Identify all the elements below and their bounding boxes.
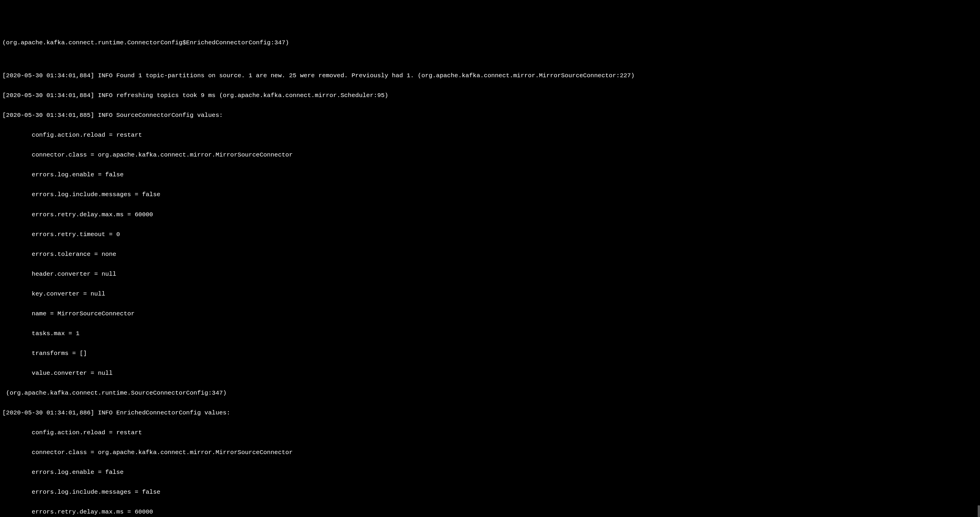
log-line: errors.retry.delay.max.ms = 60000 [2,212,978,218]
terminal-output[interactable]: (org.apache.kafka.connect.runtime.Connec… [0,27,980,517]
log-line: errors.log.include.messages = false [2,192,978,198]
log-line: errors.tolerance = none [2,251,978,258]
log-line: connector.class = org.apache.kafka.conne… [2,449,978,456]
log-line: errors.log.enable = false [2,172,978,178]
log-line: [2020-05-30 01:34:01,885] INFO SourceCon… [2,112,978,119]
log-line: config.action.reload = restart [2,132,978,139]
log-line: config.action.reload = restart [2,430,978,436]
log-line: tasks.max = 1 [2,330,978,337]
log-line: header.converter = null [2,271,978,278]
log-line: errors.retry.delay.max.ms = 60000 [2,509,978,515]
scrollbar-thumb[interactable] [978,505,980,517]
log-line: transforms = [] [2,350,978,357]
log-line: key.converter = null [2,291,978,298]
log-line: [2020-05-30 01:34:01,884] INFO refreshin… [2,92,978,99]
log-line: [2020-05-30 01:34:01,886] INFO EnrichedC… [2,410,978,417]
log-line: (org.apache.kafka.connect.runtime.Source… [2,390,978,396]
log-line: connector.class = org.apache.kafka.conne… [2,152,978,159]
log-line: errors.retry.timeout = 0 [2,232,978,238]
log-line: [2020-05-30 01:34:01,884] INFO Found 1 t… [2,73,978,79]
log-line: errors.log.enable = false [2,469,978,476]
log-line: value.converter = null [2,370,978,377]
log-line: name = MirrorSourceConnector [2,311,978,317]
log-line: errors.log.include.messages = false [2,489,978,496]
log-line: (org.apache.kafka.connect.runtime.Connec… [2,40,978,46]
